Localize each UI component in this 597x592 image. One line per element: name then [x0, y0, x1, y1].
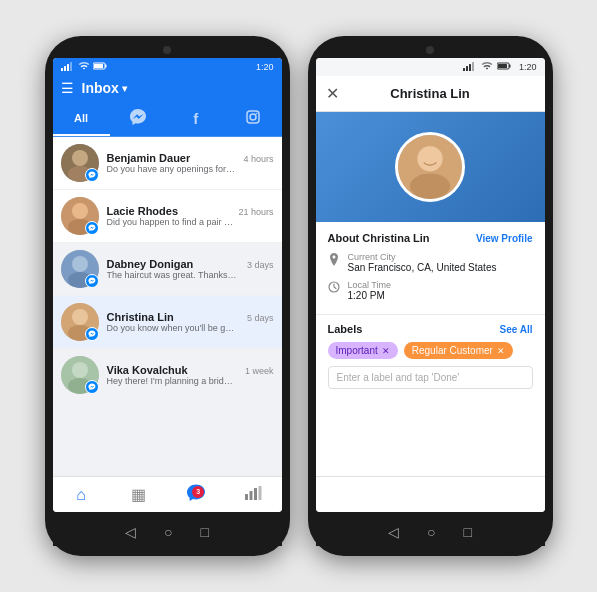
- tab-facebook[interactable]: f: [167, 102, 224, 136]
- tab-all[interactable]: All: [53, 102, 110, 136]
- msg-preview-3: The haircut was great. Thanks so much fo…: [107, 270, 237, 280]
- msg-time-5: 1 week: [245, 366, 274, 376]
- tab-all-label: All: [74, 112, 88, 124]
- menu-icon[interactable]: ☰: [61, 80, 74, 96]
- svg-point-8: [250, 114, 256, 120]
- detail-header: ✕ Christina Lin: [316, 76, 545, 112]
- profile-photo: [395, 132, 465, 202]
- about-header: About Christina Lin View Profile: [328, 232, 533, 244]
- city-value: San Francisco, CA, United States: [348, 262, 497, 273]
- about-section: About Christina Lin View Profile Current…: [316, 222, 545, 315]
- msg-preview-5: Hey there! I'm planning a bridal shower.…: [107, 376, 237, 386]
- wifi-icon-2: [481, 61, 493, 73]
- labels-header: Labels See All: [328, 323, 533, 335]
- recent-btn-2[interactable]: □: [464, 524, 472, 540]
- avatar-wrap-2: [61, 197, 99, 235]
- wifi-icon: [78, 61, 90, 73]
- msg-time-1: 4 hours: [243, 154, 273, 164]
- svg-rect-35: [509, 65, 511, 68]
- msg-header-4: Christina Lin 5 days: [107, 311, 274, 323]
- svg-rect-5: [94, 64, 103, 68]
- nav-stats-1[interactable]: [224, 486, 281, 504]
- label-important[interactable]: Important ✕: [328, 342, 398, 359]
- city-row: Current City San Francisco, CA, United S…: [328, 252, 533, 273]
- avatar-wrap-3: [61, 250, 99, 288]
- svg-rect-32: [472, 62, 474, 71]
- label-important-remove[interactable]: ✕: [382, 346, 390, 356]
- profile-photo-area: [316, 112, 545, 222]
- detail-title: Christina Lin: [390, 86, 469, 101]
- view-profile-link[interactable]: View Profile: [476, 233, 533, 244]
- home-icon: ⌂: [76, 486, 86, 504]
- msg-header-3: Dabney Donigan 3 days: [107, 258, 274, 270]
- messenger-badge-1: [85, 168, 99, 182]
- inbox-screen: 1:20 ☰ Inbox ▾ All f: [53, 58, 282, 512]
- messenger-badge-4: [85, 327, 99, 341]
- detail-body: About Christina Lin View Profile Current…: [316, 112, 545, 476]
- nav-grid-1[interactable]: ▦: [110, 485, 167, 504]
- app-header: ☰ Inbox ▾: [53, 76, 282, 102]
- tab-instagram[interactable]: [224, 102, 281, 136]
- svg-rect-31: [469, 64, 471, 71]
- label-regular-customer[interactable]: Regular Customer ✕: [404, 342, 513, 359]
- tab-messenger[interactable]: [110, 102, 167, 136]
- msg-time-4: 5 days: [247, 313, 274, 323]
- notification-badge: 3: [192, 486, 204, 498]
- front-camera-2: [426, 46, 434, 54]
- svg-rect-28: [258, 486, 261, 500]
- msg-content-4: Christina Lin 5 days Do you know when yo…: [107, 311, 274, 333]
- message-item-2[interactable]: Lacie Rhodes 21 hours Did you happen to …: [53, 190, 282, 243]
- labels-section: Labels See All Important ✕ Regular Custo…: [316, 315, 545, 397]
- home-btn-2[interactable]: ○: [427, 524, 435, 540]
- signal-icon-2: [463, 61, 477, 73]
- svg-point-23: [72, 362, 88, 378]
- nav-messages-1[interactable]: 3: [167, 484, 224, 506]
- svg-rect-27: [254, 488, 257, 500]
- msg-time-3: 3 days: [247, 260, 274, 270]
- msg-header-5: Vika Kovalchuk 1 week: [107, 364, 274, 376]
- see-all-link[interactable]: See All: [500, 324, 533, 335]
- message-item-4[interactable]: Christina Lin 5 days Do you know when yo…: [53, 296, 282, 349]
- msg-name-5: Vika Kovalchuk: [107, 364, 188, 376]
- svg-point-14: [72, 203, 88, 219]
- time-value: 1:20 PM: [348, 290, 392, 301]
- back-btn-2[interactable]: ◁: [388, 524, 399, 540]
- back-btn-1[interactable]: ◁: [125, 524, 136, 540]
- message-item-1[interactable]: Benjamin Dauer 4 hours Do you have any o…: [53, 137, 282, 190]
- dropdown-caret[interactable]: ▾: [122, 83, 127, 94]
- close-button[interactable]: ✕: [326, 84, 339, 103]
- time-content: Local Time 1:20 PM: [348, 280, 392, 301]
- location-icon: [328, 253, 340, 270]
- inbox-tabs: All f: [53, 102, 282, 137]
- message-item-5[interactable]: Vika Kovalchuk 1 week Hey there! I'm pla…: [53, 349, 282, 402]
- svg-point-17: [72, 256, 88, 272]
- message-item-3[interactable]: Dabney Donigan 3 days The haircut was gr…: [53, 243, 282, 296]
- msg-preview-2: Did you happen to find a pair of blue su…: [107, 217, 237, 227]
- svg-rect-7: [247, 111, 259, 123]
- labels-row: Important ✕ Regular Customer ✕: [328, 342, 533, 359]
- status-bar-2: 1:20: [316, 58, 545, 76]
- signal-icon: [61, 61, 75, 73]
- city-label: Current City: [348, 252, 497, 262]
- bottom-nav-2: [316, 476, 545, 512]
- header-title: Inbox ▾: [82, 80, 127, 96]
- avatar-wrap-5: [61, 356, 99, 394]
- time-label: Local Time: [348, 280, 392, 290]
- message-list: Benjamin Dauer 4 hours Do you have any o…: [53, 137, 282, 476]
- home-btn-1[interactable]: ○: [164, 524, 172, 540]
- stats-icon: [244, 486, 262, 504]
- msg-content-2: Lacie Rhodes 21 hours Did you happen to …: [107, 205, 274, 227]
- battery-icon: [93, 62, 107, 72]
- detail-screen: 1:20 ✕ Christina Lin: [316, 58, 545, 512]
- label-input[interactable]: Enter a label and tap 'Done': [328, 366, 533, 389]
- msg-name-1: Benjamin Dauer: [107, 152, 191, 164]
- svg-rect-2: [67, 64, 69, 71]
- svg-rect-0: [61, 68, 63, 71]
- recent-btn-1[interactable]: □: [201, 524, 209, 540]
- status-bar-1: 1:20: [53, 58, 282, 76]
- svg-rect-1: [64, 66, 66, 71]
- nav-home-1[interactable]: ⌂: [53, 486, 110, 504]
- svg-point-20: [72, 309, 88, 325]
- label-regular-remove[interactable]: ✕: [497, 346, 505, 356]
- svg-rect-30: [466, 66, 468, 71]
